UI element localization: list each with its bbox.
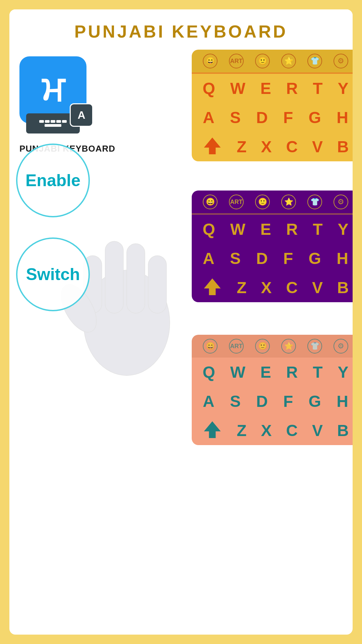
key-z-3[interactable]: Z xyxy=(237,421,246,440)
art-icon-3: ART xyxy=(229,339,244,354)
key-x-3[interactable]: X xyxy=(261,421,272,440)
kb1-shift[interactable] xyxy=(202,138,222,154)
svg-rect-3 xyxy=(127,244,145,313)
key-v-2[interactable]: V xyxy=(312,278,323,297)
page-title: PUNJABI KEYBOARD xyxy=(74,22,288,41)
key-e-2[interactable]: E xyxy=(260,220,271,238)
key-d[interactable]: D xyxy=(256,108,268,127)
key-g[interactable]: G xyxy=(309,108,321,127)
keyboard-preview-peach: 😄 ART 🙂 ⭐ 👕 ⚙ Q W E R T Y A S xyxy=(192,335,353,445)
switch-button[interactable]: Switch xyxy=(16,237,90,311)
key-v[interactable]: V xyxy=(312,138,323,156)
key-block xyxy=(39,120,44,123)
key-g-3[interactable]: G xyxy=(309,392,321,411)
key-s[interactable]: S xyxy=(230,108,241,127)
kb3-shift[interactable] xyxy=(202,421,222,438)
key-b[interactable]: B xyxy=(337,138,349,156)
key-a-2[interactable]: A xyxy=(203,249,215,268)
badge-a: A xyxy=(70,103,93,127)
key-block-wide xyxy=(45,124,61,127)
key-block xyxy=(56,120,61,123)
keyboards-section: 😄 ART 🙂 ⭐ 👕 ⚙ Q W E R T Y A xyxy=(172,50,353,628)
key-d-3[interactable]: D xyxy=(256,392,268,411)
enable-button-label: Enable xyxy=(25,171,80,190)
kb1-row1: Q W E R T Y xyxy=(192,74,353,103)
keyboard-preview-yellow: 😄 ART 🙂 ⭐ 👕 ⚙ Q W E R T Y A xyxy=(192,50,353,161)
key-q[interactable]: Q xyxy=(202,79,215,98)
kb2-row3: Z X C V B xyxy=(192,273,353,302)
key-r-2[interactable]: R xyxy=(286,220,298,238)
kb2-shift[interactable] xyxy=(202,278,222,295)
key-f[interactable]: F xyxy=(283,108,293,127)
key-y-2[interactable]: Y xyxy=(338,220,348,238)
key-b-3[interactable]: B xyxy=(337,421,349,440)
key-e[interactable]: E xyxy=(260,79,271,98)
key-h-2[interactable]: H xyxy=(337,249,348,268)
action-buttons: Enable Switch xyxy=(16,144,90,331)
star-icon-2: ⭐ xyxy=(281,195,296,209)
kb2-top-bar: 😄 ART 🙂 ⭐ 👕 ⚙ xyxy=(192,191,353,213)
key-d-2[interactable]: D xyxy=(256,249,268,268)
smiley-icon-3: 🙂 xyxy=(255,339,270,354)
kb2-row2: A S D F G H xyxy=(192,244,353,273)
key-block xyxy=(62,120,67,123)
key-s-2[interactable]: S xyxy=(230,249,241,268)
key-f-2[interactable]: F xyxy=(283,249,293,268)
key-h[interactable]: H xyxy=(337,108,348,127)
kb2-row1: Q W E R T Y xyxy=(192,215,353,244)
shift-up-icon-3 xyxy=(204,421,221,438)
key-q-2[interactable]: Q xyxy=(202,220,215,238)
key-b-2[interactable]: B xyxy=(337,278,349,297)
smiley-icon-2: 🙂 xyxy=(255,195,270,209)
title-bar: PUNJABI KEYBOARD xyxy=(9,9,353,50)
key-q-3[interactable]: Q xyxy=(202,363,215,381)
key-e-3[interactable]: E xyxy=(260,363,271,381)
key-r[interactable]: R xyxy=(286,79,298,98)
key-x-2[interactable]: X xyxy=(261,278,272,297)
badge-a-text: A xyxy=(77,109,85,121)
key-row-2 xyxy=(45,124,61,127)
key-c[interactable]: C xyxy=(286,138,298,156)
star-icon-3: ⭐ xyxy=(281,339,296,354)
keyboard-preview-purple: 😄 ART 🙂 ⭐ 👕 ⚙ Q W E R T Y A xyxy=(192,191,353,302)
key-t-2[interactable]: T xyxy=(313,220,322,238)
key-g-2[interactable]: G xyxy=(309,249,321,268)
shift-up-icon xyxy=(204,138,221,154)
key-f-3[interactable]: F xyxy=(283,392,293,411)
key-c-3[interactable]: C xyxy=(286,421,298,440)
switch-button-label: Switch xyxy=(26,265,80,284)
kb1-row3: Z X C V B xyxy=(192,132,353,161)
key-t-3[interactable]: T xyxy=(313,363,322,381)
key-h-3[interactable]: H xyxy=(337,392,348,411)
kb1-top-bar: 😄 ART 🙂 ⭐ 👕 ⚙ xyxy=(192,50,353,72)
kb3-row3: Z X C V B xyxy=(192,416,353,445)
key-z-2[interactable]: Z xyxy=(237,278,246,297)
kb1-row2: A S D F G H xyxy=(192,103,353,132)
key-block xyxy=(45,120,50,123)
key-v-3[interactable]: V xyxy=(312,421,323,440)
key-t[interactable]: T xyxy=(313,79,322,98)
gurmukhi-letter: ਮ xyxy=(42,73,64,107)
key-c-2[interactable]: C xyxy=(286,278,298,297)
settings-icon-2: ⚙ xyxy=(334,195,348,209)
enable-button[interactable]: Enable xyxy=(16,144,90,217)
art-icon: ART xyxy=(229,54,244,68)
key-w[interactable]: W xyxy=(230,79,245,98)
key-z[interactable]: Z xyxy=(237,138,246,156)
app-icon-section: ਮ A PUNJABI KEYBOAR xyxy=(19,56,115,154)
kb3-top-bar: 😄 ART 🙂 ⭐ 👕 ⚙ xyxy=(192,335,353,358)
svg-rect-2 xyxy=(105,241,123,313)
key-w-3[interactable]: W xyxy=(230,363,245,381)
star-icon: ⭐ xyxy=(281,54,296,68)
key-x[interactable]: X xyxy=(261,138,272,156)
smiley-icon: 🙂 xyxy=(255,54,270,68)
key-a-3[interactable]: A xyxy=(203,392,215,411)
key-y[interactable]: Y xyxy=(338,79,348,98)
kb3-row2: A S D F G H xyxy=(192,387,353,416)
key-y-3[interactable]: Y xyxy=(338,363,348,381)
key-w-2[interactable]: W xyxy=(230,220,245,238)
key-r-3[interactable]: R xyxy=(286,363,298,381)
key-a[interactable]: A xyxy=(203,108,215,127)
shirt-icon-3: 👕 xyxy=(307,339,322,354)
key-s-3[interactable]: S xyxy=(230,392,241,411)
